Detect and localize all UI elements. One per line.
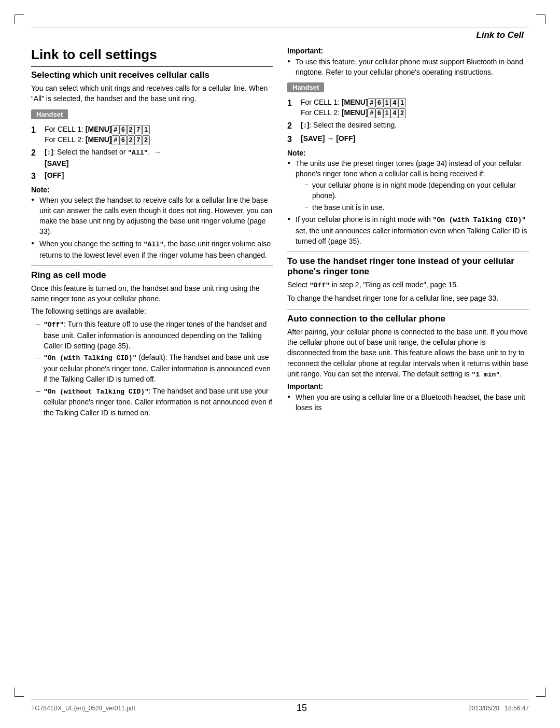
step1-left: 1 For CELL 1: [MENU]#6271 For CELL 2: [M…: [31, 124, 273, 146]
footer-datetime: 2013/05/28 18:56:47: [468, 705, 529, 712]
auto-title: Auto connection to the cellular phone: [287, 314, 529, 324]
footer-page-num: 15: [297, 703, 307, 713]
important2-bullets: When you are using a cellular line or a …: [287, 392, 529, 413]
handset-ringer-title: To use the handset ringer tone instead o…: [287, 256, 529, 277]
note-bullet-right-2: If your cellular phone is in night mode …: [287, 214, 529, 246]
main-title: Link to cell settings: [31, 47, 273, 67]
important2-label: Important:: [287, 382, 529, 390]
steps-section1: 1 For CELL 1: [MENU]#6271 For CELL 2: [M…: [31, 124, 273, 183]
section2-body2: The following settings are available:: [31, 306, 273, 316]
sub-dash-list: your cellular phone is in night mode (de…: [305, 180, 529, 213]
divider-left: [31, 265, 273, 266]
section2-title: Ring as cell mode: [31, 270, 273, 281]
right-column: Important: To use this feature, your cel…: [287, 47, 529, 689]
dash-list-ring: "Off": Turn this feature off to use the …: [36, 319, 273, 418]
note-bullet-left-1: When you select the handset to receive c…: [31, 195, 273, 237]
note-bullets-left: When you select the handset to receive c…: [31, 195, 273, 260]
two-column-layout: Link to cell settings Selecting which un…: [31, 47, 529, 689]
step2-left: 2 [↕]: Select the handset or "All". → [S…: [31, 147, 273, 169]
step1-right: 1 For CELL 1: [MENU]#6141 For CELL 2: [M…: [287, 97, 529, 119]
steps-right: 1 For CELL 1: [MENU]#6141 For CELL 2: [M…: [287, 97, 529, 146]
handset-label-left: Handset: [31, 109, 68, 119]
menu-label2: [MENU]: [86, 135, 112, 144]
divider-right2: [287, 309, 529, 310]
dash-item-off: "Off": Turn this feature off to use the …: [36, 319, 273, 351]
sub-dash-2: the base unit is in use.: [305, 202, 529, 213]
step3-content-left: [OFF]: [45, 170, 273, 182]
corner-mark-tr: [536, 15, 545, 24]
step2-right: 2 [↕]: Select the desired setting.: [287, 120, 529, 132]
section-handset-ringer: To use the handset ringer tone instead o…: [287, 256, 529, 303]
dash-item-on-no-talking: "On (without Talking CID)": The handset …: [36, 386, 273, 418]
section2-body1: Once this feature is turned on, the hand…: [31, 283, 273, 304]
step1-num-right: 1: [287, 97, 299, 119]
step1-num-left: 1: [31, 124, 43, 146]
note-bullet-right-1: The units use the preset ringer tones (p…: [287, 158, 529, 213]
note-label-left: Note:: [31, 186, 273, 194]
step2-content-right: [↕]: Select the desired setting.: [301, 120, 529, 132]
step3-num-right: 3: [287, 133, 299, 145]
step1-content-left: For CELL 1: [MENU]#6271 For CELL 2: [MEN…: [45, 124, 273, 146]
important1-label: Important:: [287, 47, 529, 55]
corner-mark-tl: [15, 15, 24, 24]
handset-ringer-body1: Select "Off" in step 2, "Ring as cell mo…: [287, 279, 529, 291]
step3-num-left: 3: [31, 170, 43, 182]
header-italic-text: Link to Cell: [476, 30, 524, 40]
important1-bullet1: To use this feature, your cellular phone…: [287, 57, 529, 78]
footer-file: TG7841BX_UE(en)_0528_ver011.pdf: [31, 705, 135, 712]
left-column: Link to cell settings Selecting which un…: [31, 47, 273, 689]
divider-right1: [287, 251, 529, 252]
auto-body1: After pairing, your cellular phone is co…: [287, 327, 529, 380]
corner-mark-bl: [15, 688, 24, 697]
sub-dash-1: your cellular phone is in night mode (de…: [305, 180, 529, 201]
step3-content-right: [SAVE] → [OFF]: [301, 133, 529, 145]
corner-mark-br: [536, 688, 545, 697]
step2-num-right: 2: [287, 120, 299, 132]
menu-label: [MENU]: [86, 125, 112, 133]
important1-bullets: To use this feature, your cellular phone…: [287, 57, 529, 78]
page-header-right: Link to Cell: [476, 30, 524, 40]
handset-label-right: Handset: [287, 82, 324, 92]
important2-bullet1: When you are using a cellular line or a …: [287, 392, 529, 413]
step2-content-left: [↕]: Select the handset or "All". → [SAV…: [45, 147, 273, 169]
section1-body: You can select which unit rings and rece…: [31, 83, 273, 104]
step2-num-left: 2: [31, 147, 43, 169]
note-bullet-left-2: When you change the setting to "All", th…: [31, 239, 273, 260]
section-auto-connection: Auto connection to the cellular phone Af…: [287, 314, 529, 413]
handset-ringer-body2: To change the handset ringer tone for a …: [287, 293, 529, 303]
step3-right: 3 [SAVE] → [OFF]: [287, 133, 529, 145]
section-ring-as-cell: Ring as cell mode Once this feature is t…: [31, 270, 273, 418]
section1-title: Selecting which unit receives cellular c…: [31, 70, 273, 80]
note-label-right: Note:: [287, 149, 529, 157]
content-area: Link to cell settings Selecting which un…: [31, 47, 529, 689]
step1-content-right: For CELL 1: [MENU]#6141 For CELL 2: [MEN…: [301, 97, 529, 119]
note-bullets-right: The units use the preset ringer tones (p…: [287, 158, 529, 247]
header-line: [31, 27, 529, 27]
dash-item-on-talking: "On (with Talking CID)" (default): The h…: [36, 352, 273, 384]
step3-left: 3 [OFF]: [31, 170, 273, 182]
footer: TG7841BX_UE(en)_0528_ver011.pdf 15 2013/…: [31, 699, 529, 713]
section-selecting: Selecting which unit receives cellular c…: [31, 70, 273, 260]
